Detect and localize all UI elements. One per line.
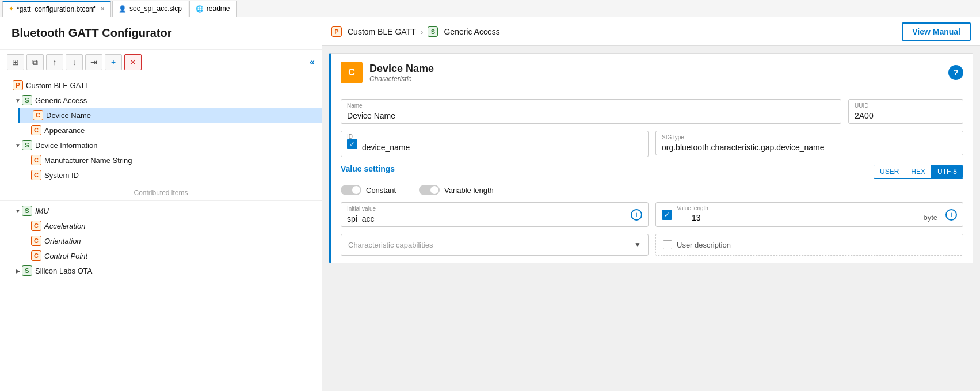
app-title: Bluetooth GATT Configurator <box>12 26 310 40</box>
byte-label: byte <box>923 213 937 222</box>
form-group-id: ID ✓ device_name <box>341 131 649 157</box>
badge-c-appearance: C <box>31 125 41 135</box>
tree-label-ota: Silicon Labs OTA <box>35 267 92 275</box>
value-settings-header: Value settings USER HEX UTF-8 <box>341 164 963 179</box>
name-label: Name <box>347 103 363 109</box>
tab-bar: ✦ *gatt_configuration.btconf ✕ 👤 soc_spi… <box>0 0 980 17</box>
tab-gatt[interactable]: ✦ *gatt_configuration.btconf ✕ <box>2 1 111 17</box>
toolbar-move-down-button[interactable]: ↓ <box>66 54 83 70</box>
breadcrumb-badge-p: P <box>331 26 342 37</box>
left-panel: Bluetooth GATT Configurator ⊞ ⧉ ↑ ↓ ⇥ + … <box>0 17 322 391</box>
characteristic-title: Device Name <box>369 63 434 75</box>
tree-item-generic-access[interactable]: ▼ S Generic Access <box>9 93 322 108</box>
tab-gatt-close[interactable]: ✕ <box>100 6 105 12</box>
toggles-row: Constant Variable length <box>341 185 963 195</box>
format-user-button[interactable]: USER <box>874 165 905 178</box>
id-checkbox[interactable]: ✓ <box>347 139 357 149</box>
view-manual-button[interactable]: View Manual <box>902 22 971 41</box>
value-length-label: Value length <box>677 205 708 211</box>
tree-item-manufacturer[interactable]: C Manufacturer Name String <box>18 153 322 168</box>
tree-item-device-name[interactable]: C Device Name <box>18 108 322 123</box>
toolbar-add-button[interactable]: + <box>105 54 122 70</box>
right-panel: P Custom BLE GATT › S Generic Access Vie… <box>322 17 980 391</box>
toolbar-remove-button[interactable]: ✕ <box>124 54 142 70</box>
initial-value-field[interactable]: Initial value i <box>341 202 649 227</box>
sig-type-input[interactable] <box>662 131 957 155</box>
id-value: device_name <box>362 136 410 152</box>
badge-s-ota: S <box>22 265 32 276</box>
tab-slcp-label: soc_spi_acc.slcp <box>129 5 182 13</box>
badge-c-ctrl: C <box>31 250 41 261</box>
tree-label-appearance: Appearance <box>44 126 85 135</box>
user-description-field[interactable]: User description <box>655 234 963 256</box>
initial-value-row: Initial value i ✓ Value length 13 byte i <box>341 202 963 227</box>
tab-slcp[interactable]: 👤 soc_spi_acc.slcp <box>112 1 188 17</box>
tree-arrow-devinfo: ▼ <box>14 142 22 149</box>
tree-item-control-point[interactable]: C Control Point <box>18 248 322 263</box>
tree-item-imu[interactable]: ▼ S IMU <box>9 203 322 218</box>
initial-value-input[interactable] <box>347 203 627 226</box>
tab-readme-label: readme <box>207 5 230 13</box>
tree-item-device-info[interactable]: ▼ S Device Information <box>9 138 322 153</box>
toolbar-new-button[interactable]: ⊞ <box>7 54 24 70</box>
tab-gatt-icon: ✦ <box>9 5 14 13</box>
right-header: P Custom BLE GATT › S Generic Access Vie… <box>322 17 980 46</box>
tree-label-custom: Custom BLE GATT <box>26 81 89 90</box>
tree-label-manufacturer: Manufacturer Name String <box>44 156 132 165</box>
uuid-field[interactable]: UUID <box>848 99 963 124</box>
value-length-field: ✓ Value length 13 byte i <box>655 202 963 227</box>
user-description-checkbox[interactable] <box>663 240 672 249</box>
help-button[interactable]: ? <box>948 65 963 80</box>
tree-label-orient: Orientation <box>44 237 81 245</box>
tree-item-appearance[interactable]: C Appearance <box>18 123 322 138</box>
right-content: C Device Name Characteristic ? Name <box>322 46 980 391</box>
capabilities-field[interactable]: Characteristic capabilities ▼ <box>341 234 649 256</box>
name-field[interactable]: Name <box>341 99 841 124</box>
name-input[interactable] <box>347 100 835 123</box>
main-layout: Bluetooth GATT Configurator ⊞ ⧉ ↑ ↓ ⇥ + … <box>0 17 980 391</box>
initial-value-info-icon[interactable]: i <box>631 209 642 221</box>
tab-readme-icon: 🌐 <box>196 5 204 13</box>
toolbar-import-button[interactable]: ⇥ <box>85 54 102 70</box>
value-settings-title: Value settings <box>341 164 395 173</box>
id-field[interactable]: ID ✓ device_name <box>341 131 649 157</box>
tree-label-devname: Device Name <box>46 111 91 120</box>
value-length-checkbox[interactable]: ✓ <box>662 210 672 220</box>
form-row-id-sig: ID ✓ device_name SIG type <box>341 131 963 157</box>
user-description-label: User description <box>677 241 731 249</box>
format-utf8-button[interactable]: UTF-8 <box>932 165 963 178</box>
breadcrumb-generic-access[interactable]: S Generic Access <box>428 26 499 37</box>
variable-length-toggle-item: Variable length <box>419 185 494 195</box>
form-group-name: Name <box>341 99 841 124</box>
badge-s-generic: S <box>22 95 32 105</box>
uuid-input[interactable] <box>855 100 957 123</box>
breadcrumb-custom-ble-gatt[interactable]: P Custom BLE GATT <box>331 26 416 37</box>
badge-c-manufacturer: C <box>31 155 41 165</box>
tree-label-ctrl: Control Point <box>44 252 87 260</box>
badge-p-custom: P <box>13 80 23 90</box>
tree-item-custom-ble-gatt[interactable]: P Custom BLE GATT <box>0 78 322 93</box>
constant-toggle-item: Constant <box>341 185 396 195</box>
tree-item-system-id[interactable]: C System ID <box>18 168 322 183</box>
bottom-row: Characteristic capabilities ▼ User descr… <box>341 234 963 256</box>
format-hex-button[interactable]: HEX <box>905 165 932 178</box>
tab-gatt-label: *gatt_configuration.btconf <box>17 5 95 13</box>
value-settings-section: Value settings USER HEX UTF-8 Cons <box>341 164 963 227</box>
tree-item-ota[interactable]: ▶ S Silicon Labs OTA <box>9 263 322 278</box>
badge-c-devname: C <box>33 110 43 120</box>
tree-arrow-imu: ▼ <box>14 208 22 214</box>
characteristic-title-group: Device Name Characteristic <box>369 63 434 83</box>
uuid-label: UUID <box>855 103 868 109</box>
value-length-info-icon[interactable]: i <box>945 209 957 221</box>
toolbar-move-up-button[interactable]: ↑ <box>46 54 63 70</box>
constant-toggle[interactable] <box>341 185 361 195</box>
variable-length-toggle[interactable] <box>419 185 440 195</box>
collapse-panel-button[interactable]: « <box>310 57 315 67</box>
tab-readme[interactable]: 🌐 readme <box>189 1 237 17</box>
breadcrumb-label-custom: Custom BLE GATT <box>348 27 416 36</box>
badge-c-accel: C <box>31 221 41 231</box>
tree-item-orientation[interactable]: C Orientation <box>18 233 322 248</box>
sig-type-label: SIG type <box>662 134 684 141</box>
toolbar-copy-button[interactable]: ⧉ <box>26 54 44 70</box>
tree-item-acceleration[interactable]: C Acceleration <box>18 218 322 233</box>
